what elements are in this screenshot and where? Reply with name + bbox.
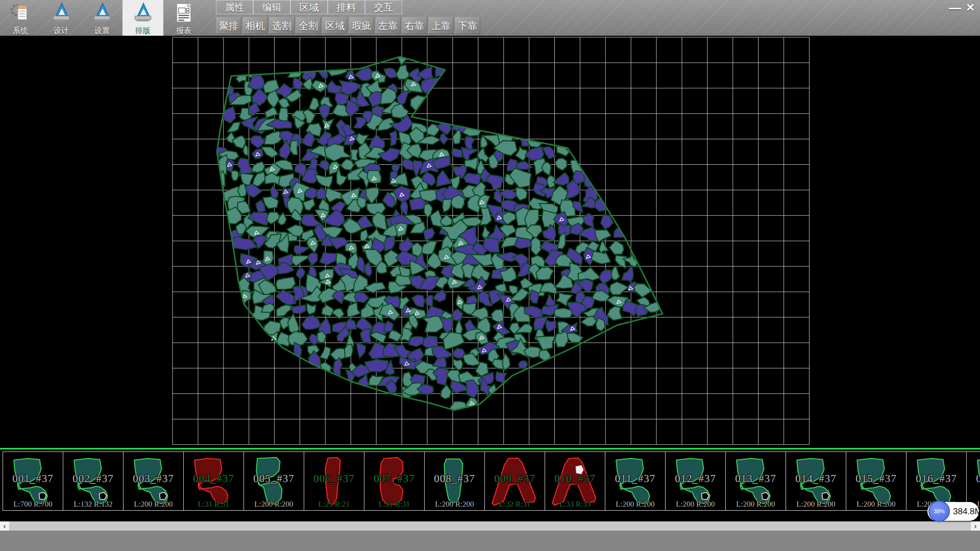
piece-thumbnail-001_#37[interactable]: 001_#37L:700 R:700: [3, 452, 63, 511]
tool-button-select-cut[interactable]: 选割: [269, 17, 295, 34]
piece-thumbnail-011_#37[interactable]: 011_#37L:200 R:200: [605, 452, 666, 511]
piece-id-label: 005_#37: [244, 472, 304, 485]
download-badge[interactable]: 38% 384.8M: [927, 502, 979, 521]
nested-pieces: [212, 54, 662, 414]
piece-id-label: 002_#37: [63, 472, 123, 485]
piece-thumbnail-009_#37[interactable]: 009_#37L:32 R:31: [484, 452, 545, 511]
piece-lr-count: L:200 R:200: [244, 500, 304, 509]
scroll-right-button[interactable]: ›: [971, 521, 980, 531]
piece-thumbnail-006_#37[interactable]: 006_#37L:21 R:21: [304, 452, 364, 511]
badge-size-label: 384.8M: [953, 502, 980, 521]
piece-lr-count: L:200 R:200: [846, 500, 906, 509]
app-button-label: 报表: [176, 26, 191, 36]
app-button-label: 设置: [94, 26, 110, 36]
piece-lr-count: L:31 R:31: [364, 500, 424, 509]
app-button-system[interactable]: 系统: [0, 0, 41, 36]
design-ruler-icon: [51, 2, 72, 26]
piece-lr-count: L:200 R:200: [425, 500, 484, 509]
tool-button-snap-bottom[interactable]: 下靠: [455, 17, 480, 34]
piece-lr-count: L:200 R:200: [726, 500, 786, 509]
tool-button-row: 聚排相机选割全割区域瑕疵左靠右靠上靠下靠: [216, 17, 481, 34]
report-doc-icon: [173, 2, 194, 26]
piece-thumbnail-005_#37[interactable]: 005_#37L:200 R:200: [243, 452, 304, 511]
piece-id-label: 003_#37: [124, 472, 183, 485]
tool-button-cluster-nest[interactable]: 聚排: [216, 17, 241, 34]
piece-thumbnail-002_#37[interactable]: 002_#37L:132 R:132: [63, 452, 124, 511]
close-button[interactable]: ✕: [963, 1, 978, 15]
piece-id-label: 007_#37: [364, 472, 424, 485]
app-button-settings[interactable]: 设置: [82, 0, 122, 36]
piece-lr-count: L:21 R:21: [304, 500, 364, 509]
piece-id-label: 010_#37: [545, 472, 605, 485]
layout-ruler-icon: [132, 2, 154, 26]
piece-lr-count: L:132 R:132: [63, 500, 123, 509]
piece-id-label: 017_#37: [967, 472, 980, 485]
minimize-button[interactable]: —: [947, 1, 963, 15]
piece-lr-count: L:200 R:200: [786, 500, 846, 509]
piece-thumbnail-012_#37[interactable]: 012_#37L:200 R:200: [665, 452, 726, 511]
piece-thumbnail-008_#37[interactable]: 008_#37L:200 R:200: [424, 452, 485, 511]
piece-id-label: 009_#37: [485, 472, 545, 485]
piece-id-label: 004_#37: [184, 472, 243, 485]
progress-circle: 38%: [928, 500, 950, 522]
piece-lr-count: L:700 R:700: [3, 500, 63, 509]
piece-id-label: 001_#37: [3, 472, 63, 485]
piece-id-label: 013_#37: [726, 472, 786, 485]
app-switcher: 系统设计设置排版报表: [0, 0, 204, 36]
piece-id-label: 012_#37: [666, 472, 725, 485]
piece-thumbnail-strip: 001_#37L:700 R:700002_#37L:132 R:132003_…: [0, 452, 980, 511]
tool-button-defect[interactable]: 瑕疵: [349, 17, 374, 34]
main-toolbar: 系统设计设置排版报表 属性编辑区域排料交互 聚排相机选割全割区域瑕疵左靠右靠上靠…: [0, 0, 980, 36]
strip-divider-line: [0, 448, 980, 449]
piece-id-label: 016_#37: [906, 472, 966, 485]
tool-button-cut-all[interactable]: 全割: [296, 17, 321, 34]
piece-lr-count: L:33 R:33: [545, 500, 605, 509]
nesting-app-window: { "window": {"minimize_glyph": "—", "clo…: [0, 0, 980, 551]
status-bar: [0, 531, 980, 551]
piece-id-label: 015_#37: [846, 472, 906, 485]
piece-id-label: 014_#37: [786, 472, 846, 485]
app-button-design[interactable]: 设计: [41, 0, 82, 36]
tool-button-snap-right[interactable]: 右靠: [402, 17, 427, 34]
menu-tab-nesting[interactable]: 排料: [328, 0, 365, 14]
app-button-layout[interactable]: 排版: [122, 0, 163, 36]
app-button-label: 排版: [135, 26, 151, 36]
window-controls: — ✕: [947, 1, 978, 15]
app-button-label: 系统: [13, 26, 28, 36]
piece-lr-count: L:32 R:31: [485, 500, 545, 509]
piece-id-label: 006_#37: [304, 472, 364, 485]
piece-thumbnail-003_#37[interactable]: 003_#37L:200 R:200: [123, 452, 184, 511]
tool-button-zone[interactable]: 区域: [322, 17, 348, 34]
menu-tab-region[interactable]: 区域: [290, 0, 328, 14]
menu-tab-interaction[interactable]: 交互: [365, 0, 402, 14]
piece-thumbnail-010_#37[interactable]: 010_#37L:33 R:33: [545, 452, 605, 511]
piece-thumbnail-013_#37[interactable]: 013_#37L:200 R:200: [725, 452, 786, 511]
horizontal-scrollbar[interactable]: ‹ ›: [0, 521, 980, 531]
piece-lr-count: L:200 R:200: [666, 500, 725, 509]
piece-thumbnail-004_#37[interactable]: 004_#37L:31 R:31: [183, 452, 244, 511]
tool-button-camera[interactable]: 相机: [242, 17, 268, 34]
piece-lr-count: L:200 R:200: [124, 500, 183, 509]
system-gear-icon: [10, 2, 31, 26]
tool-button-snap-top[interactable]: 上靠: [428, 17, 454, 34]
piece-thumbnail-015_#37[interactable]: 015_#37L:200 R:200: [846, 452, 906, 511]
menu-tab-edit[interactable]: 编辑: [253, 0, 290, 14]
piece-lr-count: L:200 R:200: [605, 500, 665, 509]
settings-ruler-icon: [91, 2, 113, 26]
piece-id-label: 008_#37: [425, 472, 484, 485]
piece-id-label: 011_#37: [605, 472, 665, 485]
piece-thumbnail-014_#37[interactable]: 014_#37L:200 R:200: [786, 452, 846, 511]
scroll-left-button[interactable]: ‹: [0, 521, 9, 531]
menu-area: 属性编辑区域排料交互 聚排相机选割全割区域瑕疵左靠右靠上靠下靠: [216, 0, 481, 34]
menu-tab-properties[interactable]: 属性: [216, 0, 253, 14]
app-button-label: 设计: [54, 26, 69, 36]
app-button-report[interactable]: 报表: [163, 0, 204, 36]
tool-button-snap-left[interactable]: 左靠: [375, 17, 401, 34]
piece-thumbnail-007_#37[interactable]: 007_#37L:31 R:31: [364, 452, 425, 511]
piece-lr-count: L:31 R:31: [184, 500, 243, 509]
menu-tab-row: 属性编辑区域排料交互: [216, 0, 481, 15]
